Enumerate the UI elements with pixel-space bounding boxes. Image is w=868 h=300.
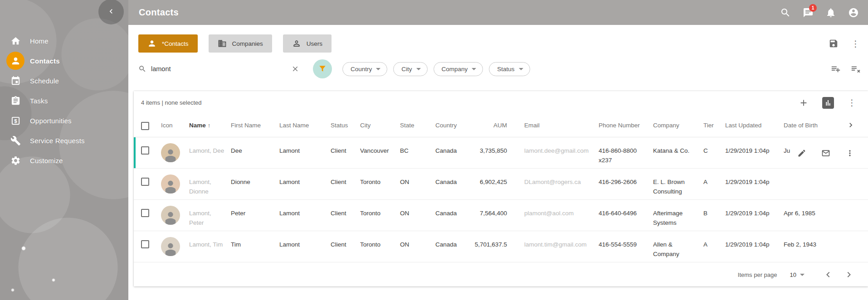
sidebar-item-label: Service Requests — [30, 137, 85, 145]
column-header-status[interactable]: Status — [331, 114, 360, 137]
view-more-icon[interactable]: ⋮ — [851, 39, 860, 48]
table-body: Lamont, Dee Dee Lamont Client Vancouver … — [134, 137, 868, 262]
column-header-country[interactable]: Country — [435, 114, 469, 137]
appbar: Contacts 1 — [128, 0, 868, 25]
add-contact-icon[interactable] — [799, 98, 809, 108]
cell-date-of-birth: Apr 6, 1985 — [784, 200, 824, 231]
sidebar-item-service-requests[interactable]: Service Requests — [0, 131, 128, 150]
scroll-columns-right-icon[interactable] — [824, 114, 868, 137]
column-header-icon[interactable]: Icon — [161, 114, 189, 137]
messages-icon[interactable]: 1 — [803, 7, 814, 18]
notifications-icon[interactable] — [825, 7, 836, 18]
cell-country: Canada — [435, 169, 469, 199]
cell-state: ON — [400, 231, 435, 262]
previous-page-icon[interactable] — [823, 269, 834, 280]
sidebar-item-label: Customize — [30, 157, 63, 165]
close-icon[interactable] — [291, 65, 299, 73]
tab-users[interactable]: Users — [283, 34, 332, 53]
column-header-tier[interactable]: Tier — [703, 114, 725, 137]
cell-company: Katana & Co. — [653, 137, 703, 168]
chip-label: Company — [442, 66, 468, 73]
tab-label: Companies — [232, 40, 263, 47]
selection-summary: 4 items | none selected — [141, 99, 201, 106]
avatar — [161, 200, 189, 231]
account-icon[interactable] — [848, 7, 859, 18]
service-requests-icon — [6, 131, 24, 150]
home-icon — [6, 32, 24, 50]
tab-label: *Contacts — [162, 40, 189, 47]
table-row[interactable]: Lamont, Dionne Dionne Lamont Client Toro… — [134, 169, 868, 200]
column-header-last-updated[interactable]: Last Updated — [725, 114, 784, 137]
cell-last-updated: 1/29/2019 1:04p — [725, 200, 784, 231]
table-row[interactable]: Lamont, Peter Peter Lamont Client Toront… — [134, 200, 868, 231]
cell-last-updated: 1/29/2019 1:04p — [725, 169, 784, 199]
edit-icon[interactable] — [797, 149, 806, 158]
column-header-city[interactable]: City — [360, 114, 400, 137]
sidebar-item-label: Contacts — [30, 57, 60, 65]
filter-chip-company[interactable]: Company — [434, 62, 483, 76]
row-checkbox[interactable] — [141, 169, 161, 199]
row-checkbox[interactable] — [141, 200, 161, 231]
page-size-select[interactable]: 10 — [790, 271, 805, 278]
row-checkbox[interactable] — [141, 137, 161, 168]
filter-chip-city[interactable]: City — [393, 62, 427, 76]
cell-last-name: Lamont — [279, 231, 331, 262]
results-more-icon[interactable]: ⋮ — [848, 98, 856, 107]
tab-contacts[interactable]: *Contacts — [138, 34, 198, 53]
column-header-company[interactable]: Company — [653, 114, 703, 137]
filter-funnel-icon[interactable] — [313, 59, 332, 78]
page-title: Contacts — [139, 7, 179, 18]
select-all-checkbox[interactable] — [141, 114, 161, 137]
table-row[interactable]: Lamont, Tim Tim Lamont Client Toronto ON… — [134, 231, 868, 262]
cell-email: plamont@aol.com — [508, 200, 599, 231]
search-filter-row: CountryCityCompanyStatus — [128, 59, 868, 79]
chart-view-icon[interactable] — [822, 97, 834, 109]
search-icon[interactable] — [780, 7, 791, 18]
filter-chip-status[interactable]: Status — [489, 62, 530, 76]
chevron-down-icon — [519, 68, 523, 70]
row-checkbox[interactable] — [141, 231, 161, 262]
chevron-left-icon — [107, 7, 116, 17]
sidebar-item-tasks[interactable]: Tasks — [0, 92, 128, 110]
column-header-last-name[interactable]: Last Name — [279, 114, 331, 137]
chevron-down-icon — [472, 68, 476, 70]
schedule-icon — [6, 72, 24, 90]
avatar — [161, 137, 189, 168]
column-header-phone-number[interactable]: Phone Number — [599, 114, 653, 137]
column-header-state[interactable]: State — [400, 114, 435, 137]
cell-status: Client — [331, 231, 360, 262]
sidebar-item-opportunities[interactable]: $Opportunities — [0, 111, 128, 130]
cell-status: Client — [331, 200, 360, 231]
sidebar-item-home[interactable]: Home — [0, 32, 128, 50]
next-page-icon[interactable] — [844, 269, 854, 280]
search-input[interactable] — [151, 65, 287, 73]
cell-last-updated: 1/29/2019 1:04p — [725, 231, 784, 262]
avatar — [161, 169, 189, 199]
column-header-email[interactable]: Email — [508, 114, 599, 137]
sidebar-item-schedule[interactable]: Schedule — [0, 72, 128, 90]
sidebar-item-contacts[interactable]: Contacts — [0, 52, 128, 70]
svg-text:$: $ — [14, 118, 17, 123]
column-header-first-name[interactable]: First Name — [231, 114, 279, 137]
chevron-down-icon — [376, 68, 380, 70]
pagination: Items per page 10 — [134, 262, 868, 287]
table-row[interactable]: Lamont, Dee Dee Lamont Client Vancouver … — [134, 137, 868, 169]
column-header-aum[interactable]: AUM — [469, 114, 508, 137]
more-icon[interactable] — [845, 149, 854, 158]
column-header-name[interactable]: Name↑ — [189, 114, 231, 137]
cell-city: Toronto — [360, 231, 400, 262]
save-view-icon[interactable] — [829, 39, 839, 48]
playlist-add-icon[interactable] — [831, 64, 841, 74]
tab-companies[interactable]: Companies — [209, 34, 272, 53]
filter-chip-country[interactable]: Country — [342, 62, 387, 76]
column-header-date-of-birth[interactable]: Date of Birth — [784, 114, 824, 137]
cell-country: Canada — [435, 231, 469, 262]
playlist-clear-icon[interactable] — [851, 64, 861, 74]
email-icon[interactable] — [821, 149, 830, 158]
cell-first-name: Dionne — [231, 169, 279, 199]
tab-label: Users — [307, 40, 322, 47]
cell-first-name: Peter — [231, 200, 279, 231]
sidebar-collapse-button[interactable] — [98, 0, 124, 24]
sidebar-item-customize[interactable]: Customize — [0, 151, 128, 169]
sidebar-nav: HomeContactsScheduleTasks$OpportunitiesS… — [0, 32, 128, 171]
